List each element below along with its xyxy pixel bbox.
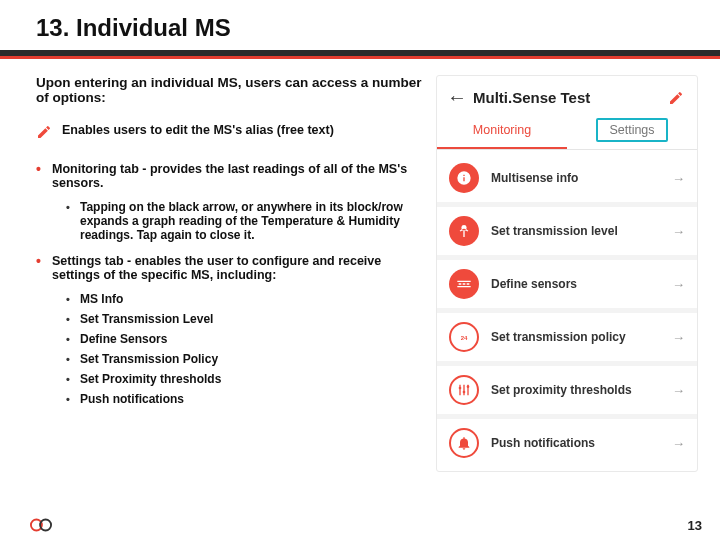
bullet-monitoring-text: Monitoring tab - provides the last readi… <box>52 162 407 190</box>
bullet-settings-f: Push notifications <box>66 392 426 406</box>
phone-title: Multi.Sense Test <box>465 89 665 106</box>
intro-text: Upon entering an individual MS, users ca… <box>36 75 426 105</box>
chevron-right-icon: → <box>672 436 685 451</box>
row-sensors-label: Define sensors <box>479 277 672 291</box>
bullet-monitoring: Monitoring tab - provides the last readi… <box>36 162 426 242</box>
pencil-icon <box>36 124 52 140</box>
page-number: 13 <box>688 518 702 533</box>
brand-logo-icon <box>30 514 52 536</box>
phone-mock: ← Multi.Sense Test Monitoring Settings M… <box>436 75 698 472</box>
slide-title: 13. Individual MS <box>36 14 720 42</box>
bullet-settings-c: Define Sensors <box>66 332 426 346</box>
svg-point-3 <box>467 385 470 388</box>
chevron-right-icon: → <box>672 383 685 398</box>
sensors-icon <box>449 269 479 299</box>
info-icon <box>449 163 479 193</box>
antenna-icon <box>449 216 479 246</box>
row-push-label: Push notifications <box>479 436 672 450</box>
row-push-notifications[interactable]: Push notifications → <box>437 419 697 467</box>
row-policy-label: Set transmission policy <box>479 330 672 344</box>
sliders-icon <box>449 375 479 405</box>
pencil-desc: Enables users to edit the MS's alias (fr… <box>62 123 334 137</box>
tab-monitoring[interactable]: Monitoring <box>437 115 567 149</box>
row-define-sensors[interactable]: Define sensors → <box>437 260 697 308</box>
row-proximity-thresholds[interactable]: Set proximity thresholds → <box>437 366 697 414</box>
chevron-right-icon: → <box>672 277 685 292</box>
svg-text:24: 24 <box>461 335 468 341</box>
row-transmission-level[interactable]: Set transmission level → <box>437 207 697 255</box>
chevron-right-icon: → <box>672 171 685 186</box>
bell-icon <box>449 428 479 458</box>
row-level-label: Set transmission level <box>479 224 672 238</box>
back-icon[interactable]: ← <box>447 86 465 109</box>
bullet-settings-e: Set Proximity thresholds <box>66 372 426 386</box>
bullet-settings-b: Set Transmission Level <box>66 312 426 326</box>
edit-pencil-icon[interactable] <box>665 87 687 109</box>
row-multisense-info[interactable]: Multisense info → <box>437 154 697 202</box>
svg-point-2 <box>463 391 466 394</box>
clock-icon: 24 <box>449 322 479 352</box>
tab-settings[interactable]: Settings <box>567 115 697 149</box>
bullet-settings: Settings tab - enables the user to confi… <box>36 254 426 406</box>
row-transmission-policy[interactable]: 24 Set transmission policy → <box>437 313 697 361</box>
row-prox-label: Set proximity thresholds <box>479 383 672 397</box>
bullet-settings-d: Set Transmission Policy <box>66 352 426 366</box>
bullet-monitoring-sub: Tapping on the black arrow, or anywhere … <box>66 200 426 242</box>
bullet-settings-text: Settings tab - enables the user to confi… <box>52 254 381 282</box>
highlight-box <box>596 118 668 142</box>
svg-point-1 <box>459 387 462 390</box>
row-info-label: Multisense info <box>479 171 672 185</box>
chevron-right-icon: → <box>672 224 685 239</box>
bullet-settings-a: MS Info <box>66 292 426 306</box>
chevron-right-icon: → <box>672 330 685 345</box>
